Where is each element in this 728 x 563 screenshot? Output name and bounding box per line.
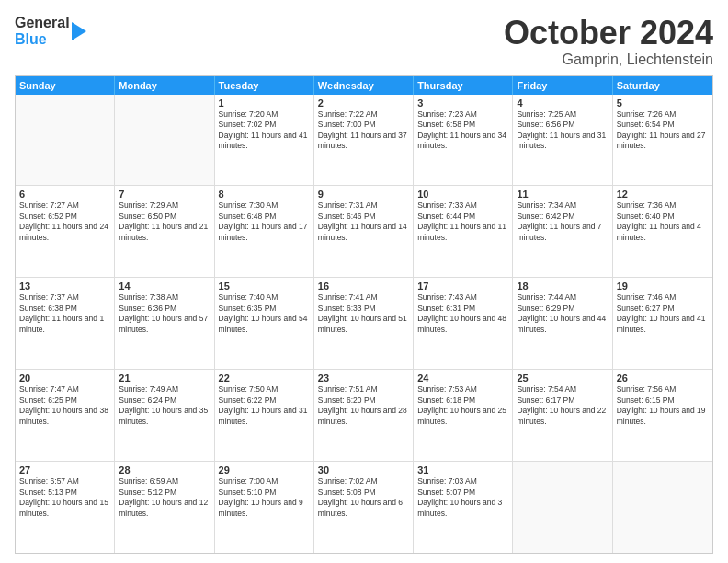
logo-blue: Blue (15, 31, 70, 48)
day-number: 1 (219, 98, 310, 109)
cal-cell-3-2: 22Sunrise: 7:50 AM Sunset: 6:22 PM Dayli… (215, 370, 314, 461)
logo-general: General (15, 15, 70, 31)
cal-cell-0-3: 2Sunrise: 7:22 AM Sunset: 7:00 PM Daylig… (314, 95, 414, 186)
day-info: Sunrise: 7:31 AM Sunset: 6:46 PM Dayligh… (318, 201, 409, 243)
day-number: 3 (417, 98, 508, 109)
cal-cell-1-3: 9Sunrise: 7:31 AM Sunset: 6:46 PM Daylig… (314, 186, 414, 277)
cal-cell-0-2: 1Sunrise: 7:20 AM Sunset: 7:02 PM Daylig… (215, 95, 314, 186)
logo: General Blue (15, 15, 92, 47)
day-number: 22 (219, 373, 310, 384)
day-info: Sunrise: 7:29 AM Sunset: 6:50 PM Dayligh… (119, 201, 210, 243)
header: General Blue October 2024 Gamprin, Liech… (15, 15, 713, 68)
cal-cell-3-1: 21Sunrise: 7:49 AM Sunset: 6:24 PM Dayli… (115, 370, 214, 461)
day-number: 19 (617, 281, 709, 292)
calendar-row-4: 27Sunrise: 6:57 AM Sunset: 5:13 PM Dayli… (16, 462, 712, 553)
day-info: Sunrise: 7:34 AM Sunset: 6:42 PM Dayligh… (517, 201, 608, 243)
cal-cell-0-1 (115, 95, 214, 186)
day-info: Sunrise: 7:47 AM Sunset: 6:25 PM Dayligh… (19, 385, 110, 427)
calendar-row-2: 13Sunrise: 7:37 AM Sunset: 6:38 PM Dayli… (16, 278, 712, 370)
day-number: 31 (417, 465, 508, 476)
day-number: 12 (617, 189, 709, 200)
location: Gamprin, Liechtenstein (504, 52, 713, 68)
day-info: Sunrise: 7:40 AM Sunset: 6:35 PM Dayligh… (219, 293, 310, 335)
logo-arrow (72, 18, 92, 44)
cal-cell-3-4: 24Sunrise: 7:53 AM Sunset: 6:18 PM Dayli… (414, 370, 513, 461)
cal-cell-2-1: 14Sunrise: 7:38 AM Sunset: 6:36 PM Dayli… (115, 278, 214, 369)
page: General Blue October 2024 Gamprin, Liech… (0, 0, 728, 563)
day-number: 14 (119, 281, 210, 292)
cal-cell-3-3: 23Sunrise: 7:51 AM Sunset: 6:20 PM Dayli… (314, 370, 414, 461)
cal-cell-2-6: 19Sunrise: 7:46 AM Sunset: 6:27 PM Dayli… (613, 278, 712, 369)
header-thursday: Thursday (414, 76, 513, 95)
day-number: 18 (517, 281, 608, 292)
svg-marker-0 (72, 22, 86, 40)
cal-cell-2-4: 17Sunrise: 7:43 AM Sunset: 6:31 PM Dayli… (414, 278, 513, 369)
day-number: 13 (19, 281, 110, 292)
day-info: Sunrise: 7:54 AM Sunset: 6:17 PM Dayligh… (517, 385, 608, 427)
cal-cell-1-5: 11Sunrise: 7:34 AM Sunset: 6:42 PM Dayli… (513, 186, 612, 277)
month-title: October 2024 (504, 15, 713, 52)
cal-cell-2-0: 13Sunrise: 7:37 AM Sunset: 6:38 PM Dayli… (16, 278, 115, 369)
cal-cell-4-1: 28Sunrise: 6:59 AM Sunset: 5:12 PM Dayli… (115, 462, 214, 553)
header-saturday: Saturday (613, 76, 712, 95)
day-number: 8 (219, 189, 310, 200)
day-number: 30 (318, 465, 409, 476)
cal-cell-2-3: 16Sunrise: 7:41 AM Sunset: 6:33 PM Dayli… (314, 278, 414, 369)
day-number: 10 (417, 189, 508, 200)
day-number: 2 (318, 98, 409, 109)
cal-cell-0-5: 4Sunrise: 7:25 AM Sunset: 6:56 PM Daylig… (513, 95, 612, 186)
cal-cell-4-6 (613, 462, 712, 553)
day-number: 29 (219, 465, 310, 476)
day-number: 20 (19, 373, 110, 384)
day-number: 28 (119, 465, 210, 476)
cal-cell-0-6: 5Sunrise: 7:26 AM Sunset: 6:54 PM Daylig… (613, 95, 712, 186)
day-number: 6 (19, 189, 110, 200)
day-info: Sunrise: 7:03 AM Sunset: 5:07 PM Dayligh… (417, 477, 508, 519)
day-info: Sunrise: 7:20 AM Sunset: 7:02 PM Dayligh… (219, 109, 310, 152)
day-number: 24 (417, 373, 508, 384)
cal-cell-4-3: 30Sunrise: 7:02 AM Sunset: 5:08 PM Dayli… (314, 462, 414, 553)
day-number: 26 (617, 373, 709, 384)
day-info: Sunrise: 7:38 AM Sunset: 6:36 PM Dayligh… (119, 293, 210, 335)
day-info: Sunrise: 7:51 AM Sunset: 6:20 PM Dayligh… (318, 385, 409, 427)
header-sunday: Sunday (16, 76, 115, 95)
calendar-header: Sunday Monday Tuesday Wednesday Thursday… (16, 76, 712, 95)
cal-cell-1-6: 12Sunrise: 7:36 AM Sunset: 6:40 PM Dayli… (613, 186, 712, 277)
calendar: Sunday Monday Tuesday Wednesday Thursday… (15, 75, 713, 554)
day-number: 27 (19, 465, 110, 476)
cal-cell-3-0: 20Sunrise: 7:47 AM Sunset: 6:25 PM Dayli… (16, 370, 115, 461)
day-info: Sunrise: 7:36 AM Sunset: 6:40 PM Dayligh… (617, 201, 709, 243)
day-number: 25 (517, 373, 608, 384)
day-info: Sunrise: 7:02 AM Sunset: 5:08 PM Dayligh… (318, 477, 409, 519)
calendar-row-1: 6Sunrise: 7:27 AM Sunset: 6:52 PM Daylig… (16, 186, 712, 278)
cal-cell-1-0: 6Sunrise: 7:27 AM Sunset: 6:52 PM Daylig… (16, 186, 115, 277)
cal-cell-2-5: 18Sunrise: 7:44 AM Sunset: 6:29 PM Dayli… (513, 278, 612, 369)
cal-cell-4-4: 31Sunrise: 7:03 AM Sunset: 5:07 PM Dayli… (414, 462, 513, 553)
day-number: 7 (119, 189, 210, 200)
cal-cell-1-2: 8Sunrise: 7:30 AM Sunset: 6:48 PM Daylig… (215, 186, 314, 277)
calendar-body: 1Sunrise: 7:20 AM Sunset: 7:02 PM Daylig… (16, 95, 712, 553)
day-info: Sunrise: 7:41 AM Sunset: 6:33 PM Dayligh… (318, 293, 409, 335)
day-info: Sunrise: 7:00 AM Sunset: 5:10 PM Dayligh… (219, 477, 310, 519)
cal-cell-1-4: 10Sunrise: 7:33 AM Sunset: 6:44 PM Dayli… (414, 186, 513, 277)
day-number: 9 (318, 189, 409, 200)
day-number: 5 (617, 98, 709, 109)
cal-cell-3-6: 26Sunrise: 7:56 AM Sunset: 6:15 PM Dayli… (613, 370, 712, 461)
day-number: 21 (119, 373, 210, 384)
day-info: Sunrise: 7:43 AM Sunset: 6:31 PM Dayligh… (417, 293, 508, 335)
day-info: Sunrise: 7:49 AM Sunset: 6:24 PM Dayligh… (119, 385, 210, 427)
cal-cell-0-4: 3Sunrise: 7:23 AM Sunset: 6:58 PM Daylig… (414, 95, 513, 186)
header-monday: Monday (115, 76, 214, 95)
day-info: Sunrise: 7:22 AM Sunset: 7:00 PM Dayligh… (318, 109, 409, 152)
day-info: Sunrise: 7:53 AM Sunset: 6:18 PM Dayligh… (417, 385, 508, 427)
header-wednesday: Wednesday (314, 76, 414, 95)
day-info: Sunrise: 7:50 AM Sunset: 6:22 PM Dayligh… (219, 385, 310, 427)
day-info: Sunrise: 6:59 AM Sunset: 5:12 PM Dayligh… (119, 477, 210, 519)
cal-cell-4-0: 27Sunrise: 6:57 AM Sunset: 5:13 PM Dayli… (16, 462, 115, 553)
day-info: Sunrise: 7:44 AM Sunset: 6:29 PM Dayligh… (517, 293, 608, 335)
day-number: 4 (517, 98, 608, 109)
day-number: 23 (318, 373, 409, 384)
day-info: Sunrise: 7:23 AM Sunset: 6:58 PM Dayligh… (417, 109, 508, 152)
day-number: 11 (517, 189, 608, 200)
cal-cell-0-0 (16, 95, 115, 186)
